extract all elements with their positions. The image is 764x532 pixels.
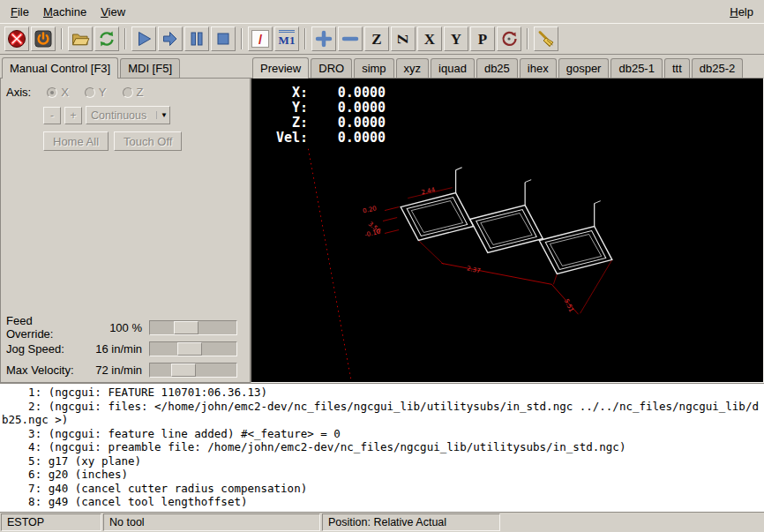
- skip-lines-button[interactable]: /: [248, 26, 273, 51]
- jog-mode-select[interactable]: Continuous ▼: [86, 106, 170, 124]
- axis-x-radio[interactable]: [47, 87, 57, 98]
- jog-speed-row: Jog Speed: 16 in/min: [3, 338, 248, 359]
- touch-off-button[interactable]: Touch Off: [114, 131, 182, 151]
- jog-minus-button[interactable]: -: [43, 107, 61, 124]
- tab-manual-control[interactable]: Manual Control [F3]: [2, 57, 118, 79]
- tab-iquad[interactable]: iquad: [431, 58, 475, 78]
- view-rotated-top-icon: Z: [396, 34, 411, 43]
- backplot-canvas[interactable]: 0.20 3.50 -0.10 2.44 2.37 5.51: [251, 78, 764, 383]
- feed-override-slider[interactable]: [149, 320, 237, 335]
- toolbar-separator: [241, 28, 243, 49]
- dro-x-value: 0.0000: [308, 86, 386, 101]
- max-velocity-value: 72 in/min: [80, 363, 149, 377]
- jog-speed-handle[interactable]: [177, 342, 202, 356]
- override-sliders: Feed Override: 100 % Jog Speed: 16 in/mi…: [1, 317, 250, 380]
- home-all-button[interactable]: Home All: [43, 131, 109, 151]
- max-velocity-slider[interactable]: [149, 363, 237, 378]
- zoom-out-icon: [341, 29, 360, 49]
- zoom-in-button[interactable]: [311, 26, 336, 51]
- extension-line: [418, 240, 443, 264]
- optional-pause-icon: M1: [279, 30, 296, 48]
- run-icon: [134, 29, 154, 49]
- extension-line: [580, 259, 612, 313]
- max-velocity-row: Max Velocity: 72 in/min: [3, 359, 248, 380]
- gcode-listing: 1: (ngcgui: FEATURE 110701:06.36.13) 2: …: [0, 383, 764, 513]
- axis-z-label: Z: [137, 86, 144, 99]
- tab-db25-1[interactable]: db25-1: [610, 58, 662, 78]
- feed-override-handle[interactable]: [174, 321, 198, 334]
- estop-button[interactable]: [4, 26, 29, 51]
- control-tabbar: Manual Control [F3] MDI [F5]: [0, 56, 251, 78]
- menu-help[interactable]: Help: [723, 2, 760, 22]
- dimension-tick: [385, 230, 399, 234]
- gcode-line[interactable]: 4: (ngcgui: preamble file: /home/john/em…: [2, 440, 762, 454]
- axis-y-radio[interactable]: [85, 87, 95, 98]
- toolpath-part-1: [401, 168, 474, 241]
- tab-db25[interactable]: db25: [476, 58, 518, 78]
- tab-ttt[interactable]: ttt: [664, 58, 690, 78]
- dro-z-value: 0.0000: [308, 116, 386, 131]
- menu-machine[interactable]: Machine: [36, 2, 94, 22]
- view-perspective-button[interactable]: P: [470, 26, 495, 51]
- tab-db25-2[interactable]: db25-2: [692, 58, 743, 78]
- menu-view[interactable]: View: [94, 2, 132, 22]
- reload-button[interactable]: [94, 26, 119, 51]
- menu-file[interactable]: File: [4, 2, 36, 22]
- dimension-tick: [383, 218, 397, 221]
- manual-control-panel: Axis: X Y Z - + Continuous ▼ Home All To…: [0, 78, 251, 383]
- step-button[interactable]: [158, 26, 183, 51]
- tab-simp[interactable]: simp: [354, 58, 393, 78]
- gcode-line[interactable]: 1: (ngcgui: FEATURE 110701:06.36.13): [2, 386, 762, 400]
- status-position-mode: Position: Relative Actual: [322, 513, 500, 531]
- view-front-button[interactable]: Y: [444, 26, 468, 51]
- view-rotated-top-button[interactable]: Z: [391, 26, 416, 51]
- tab-gosper[interactable]: gosper: [558, 58, 610, 78]
- machine-power-button[interactable]: [31, 26, 56, 51]
- extension-line: [553, 273, 557, 284]
- dimension-tick: [385, 207, 399, 211]
- axis-x-label: X: [61, 86, 69, 99]
- statusbar: ESTOP No tool Position: Relative Actual: [0, 513, 764, 532]
- machine-power-icon: [34, 29, 53, 49]
- tab-xyz[interactable]: xyz: [396, 58, 430, 78]
- toolpath-part-3: [539, 201, 612, 274]
- gcode-line[interactable]: 2: (ngcgui: files: </home/john/emc2-dev/…: [2, 400, 762, 427]
- main-area: Manual Control [F3] MDI [F5] Axis: X Y Z…: [0, 55, 764, 383]
- tab-dro[interactable]: DRO: [311, 58, 352, 78]
- view-side-button[interactable]: X: [417, 26, 442, 51]
- tab-mdi[interactable]: MDI [F5]: [120, 58, 180, 78]
- status-tool: No tool: [103, 513, 320, 531]
- open-folder-icon: [71, 29, 90, 49]
- max-velocity-handle[interactable]: [171, 363, 196, 377]
- gcode-line[interactable]: 5: g17 (xy plane): [2, 454, 762, 468]
- gcode-line[interactable]: 3: (ngcgui: feature line added) #<_featu…: [2, 427, 762, 441]
- toolbar: / M1 Z Z X Y P: [0, 23, 764, 55]
- view-top-button[interactable]: Z: [364, 26, 389, 51]
- view-top-icon: Z: [371, 32, 381, 47]
- jog-speed-label: Jog Speed:: [3, 342, 80, 356]
- tab-ihex[interactable]: ihex: [520, 58, 557, 78]
- optional-pause-button[interactable]: M1: [274, 26, 299, 51]
- gcode-line[interactable]: 6: g20 (inches): [2, 468, 762, 482]
- pause-button[interactable]: [184, 26, 209, 51]
- tab-preview[interactable]: Preview: [252, 57, 309, 79]
- toolbar-separator: [124, 28, 126, 49]
- stop-icon: [213, 29, 233, 49]
- run-button[interactable]: [131, 26, 156, 51]
- stop-button[interactable]: [211, 26, 236, 51]
- gcode-line[interactable]: 7: g40 (cancel cutter radius compensatio…: [2, 482, 762, 496]
- axis-z-radio[interactable]: [123, 87, 133, 98]
- open-file-button[interactable]: [68, 26, 93, 51]
- menubar: File Machine View Help: [0, 0, 764, 23]
- jog-plus-button[interactable]: +: [64, 107, 82, 124]
- gcode-line[interactable]: 8: g49 (cancel tool lengthoffset): [2, 495, 762, 509]
- position-readout: X:0.0000 Y:0.0000 Z:0.0000 Vel:0.0000: [262, 86, 386, 146]
- toolbar-separator: [304, 28, 306, 49]
- dimension-label: 2.37: [466, 265, 481, 275]
- clear-plot-button[interactable]: [534, 26, 558, 51]
- jog-speed-slider[interactable]: [149, 341, 237, 356]
- zoom-out-button[interactable]: [338, 26, 363, 51]
- dro-y-label: Y:: [262, 101, 308, 116]
- estop-icon: [7, 29, 26, 49]
- rotate-view-button[interactable]: [497, 26, 521, 51]
